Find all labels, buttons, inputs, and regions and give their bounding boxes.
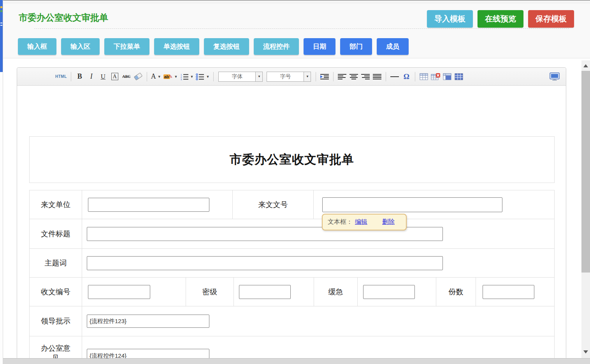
widget-radio-button[interactable]: 单选按钮 — [154, 38, 199, 55]
delete-link[interactable]: 删除 — [382, 218, 395, 226]
toolbar-separator — [71, 72, 71, 81]
header-divider — [34, 28, 569, 29]
page-title: 市委办公室收文审批单 — [19, 12, 108, 24]
table-row: 领导批示 — [30, 306, 554, 336]
scroll-up-arrow-icon[interactable] — [583, 64, 588, 67]
highlight-color-icon[interactable]: ab✎▼ — [163, 71, 178, 82]
receipt-number-label: 收文编号 — [30, 278, 82, 306]
import-template-button[interactable]: 导入模板 — [427, 10, 473, 28]
widget-input-field-button[interactable]: 输入框 — [18, 38, 56, 55]
form-title: 市委办公室收文审批单 — [230, 151, 354, 168]
fullscreen-icon[interactable] — [550, 71, 560, 82]
leader-comment-input[interactable] — [87, 315, 209, 328]
widget-checkbox-button[interactable]: 复选按钮 — [204, 38, 249, 55]
form-title-cell: 市委办公室收文审批单 — [29, 136, 555, 183]
special-char-icon[interactable]: Ω — [402, 71, 411, 82]
scroll-down-arrow-icon[interactable] — [583, 350, 588, 353]
rich-text-editor: HTML B I U A ABC A▼ ab✎▼ 1 2 3 ▼ — [17, 67, 566, 358]
italic-icon[interactable]: I — [87, 71, 96, 82]
widget-member-button[interactable]: 成员 — [377, 38, 409, 55]
window-top-border — [0, 0, 590, 1]
copies-label: 份数 — [436, 278, 476, 306]
font-family-select[interactable]: 字体▼ — [218, 72, 263, 82]
widget-flow-control-button[interactable]: 流程控件 — [254, 38, 299, 55]
horizontal-scrollbar[interactable] — [0, 358, 590, 364]
widget-dropdown-button[interactable]: 下拉菜单 — [104, 38, 149, 55]
background-window-blue-strip — [0, 0, 3, 72]
delete-table-icon[interactable] — [431, 71, 440, 82]
table-row: 来文单位 来文文号 — [30, 190, 554, 219]
chevron-down-icon: ▼ — [256, 72, 263, 82]
font-color-icon[interactable]: A▼ — [151, 71, 161, 82]
table-row: 收文编号 密级 缓急 份数 — [30, 278, 554, 306]
table-properties-icon[interactable] — [442, 71, 452, 82]
incoming-doc-number-label: 来文文号 — [233, 190, 314, 219]
align-center-icon[interactable] — [349, 71, 358, 82]
save-template-button[interactable]: 保存模板 — [528, 10, 574, 28]
incoming-doc-number-input[interactable] — [322, 197, 502, 212]
toolbar-separator — [415, 72, 415, 81]
page-header: 市委办公室收文审批单 导入模板 在线预览 保存模板 输入框 输入区 下拉菜单 单… — [0, 1, 590, 58]
toolbar-separator — [147, 72, 147, 81]
doc-title-label: 文件标题 — [30, 219, 82, 248]
urgency-input[interactable] — [363, 285, 415, 299]
header-actions: 导入模板 在线预览 保存模板 — [427, 10, 574, 28]
remove-format-icon[interactable] — [133, 71, 143, 82]
leader-comment-label: 领导批示 — [30, 306, 82, 336]
security-level-input[interactable] — [239, 285, 291, 299]
table-row: 文件标题 — [30, 219, 554, 249]
align-left-icon[interactable] — [337, 71, 347, 82]
unordered-list-icon[interactable]: ▼ — [196, 71, 209, 82]
bold-icon[interactable]: B — [75, 71, 84, 82]
form-table: 来文单位 来文文号 文件标题 — [29, 190, 555, 358]
editor-toolbar: HTML B I U A ABC A▼ ab✎▼ 1 2 3 ▼ — [17, 68, 566, 86]
strikethrough-icon[interactable]: ABC — [122, 71, 131, 82]
security-level-label: 密级 — [186, 278, 234, 306]
vertical-scrollbar-thumb[interactable] — [581, 71, 590, 273]
window-inner-border — [0, 3, 590, 3]
widget-button-row: 输入框 输入区 下拉菜单 单选按钮 复选按钮 流程控件 日期 部门 成员 — [18, 38, 409, 55]
toolbar-separator — [333, 72, 334, 81]
chevron-down-icon: ▼ — [304, 72, 311, 82]
indent-icon[interactable] — [320, 71, 329, 82]
underline-icon[interactable]: U — [98, 71, 108, 82]
app-window: 市委办公室收文审批单 导入模板 在线预览 保存模板 输入框 输入区 下拉菜单 单… — [0, 0, 590, 364]
insert-table-icon[interactable] — [419, 71, 428, 82]
receipt-number-input[interactable] — [88, 285, 150, 299]
urgency-label: 缓急 — [314, 278, 358, 306]
office-opinion-input[interactable] — [87, 349, 209, 358]
copies-input[interactable] — [483, 285, 534, 299]
edit-link[interactable]: 编辑 — [355, 218, 367, 226]
widget-textarea-button[interactable]: 输入区 — [61, 38, 100, 55]
align-right-icon[interactable] — [361, 71, 370, 82]
format-block-icon[interactable]: A — [111, 73, 118, 80]
incoming-unit-input[interactable] — [88, 198, 209, 212]
widget-date-button[interactable]: 日期 — [304, 38, 335, 55]
office-opinion-label: 办公室意见 — [30, 336, 82, 358]
subject-words-label: 主题词 — [30, 249, 82, 277]
html-source-icon[interactable]: HTML — [55, 71, 67, 82]
cell-properties-icon[interactable] — [454, 71, 464, 82]
font-size-select[interactable]: 字号▼ — [267, 72, 311, 82]
align-justify-icon[interactable] — [372, 71, 382, 82]
editor-content[interactable]: 市委办公室收文审批单 来文单位 来文文号 文件标题 — [17, 86, 566, 358]
tooltip-label: 文本框： — [328, 218, 353, 226]
svg-text:3: 3 — [181, 78, 182, 80]
toolbar-separator — [213, 72, 214, 81]
ordered-list-icon[interactable]: 1 2 3 ▼ — [180, 71, 194, 82]
horizontal-rule-icon[interactable] — [390, 71, 399, 82]
widget-department-button[interactable]: 部门 — [340, 38, 372, 55]
toolbar-separator — [316, 72, 316, 81]
subject-words-input[interactable] — [87, 256, 443, 270]
vertical-scrollbar[interactable] — [581, 60, 590, 358]
table-row: 主题词 — [30, 249, 554, 278]
control-tooltip: 文本框： 编辑 删除 — [322, 214, 407, 230]
toolbar-separator — [386, 72, 386, 81]
table-row: 办公室意见 — [30, 336, 554, 358]
incoming-unit-label: 来文单位 — [30, 190, 82, 219]
online-preview-button[interactable]: 在线预览 — [478, 10, 523, 28]
